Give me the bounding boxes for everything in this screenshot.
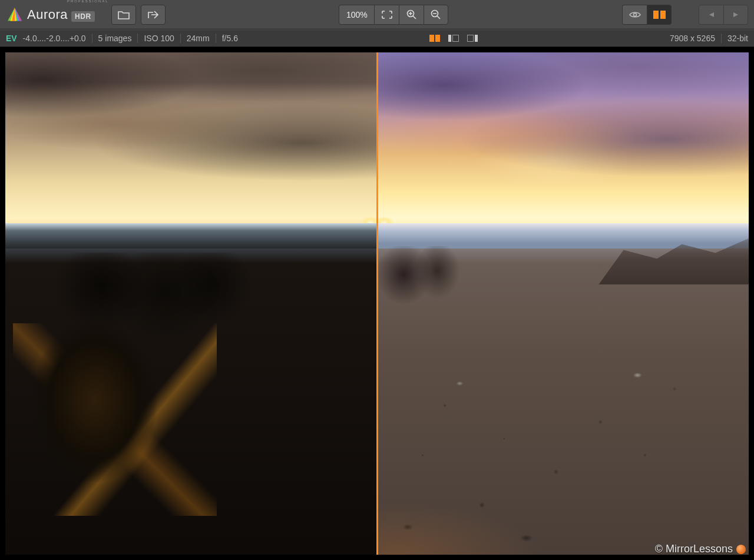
ev-segment: EV -4.0....-2.0....+0.0 (6, 34, 92, 43)
watermark-logo-icon (736, 545, 746, 554)
watermark: © MirrorLessons (655, 543, 746, 555)
fit-screen-icon (381, 10, 393, 19)
ev-label: EV (6, 34, 17, 43)
compare-split-left-small[interactable] (447, 33, 461, 44)
after-pane[interactable] (378, 52, 749, 555)
watermark-text: © MirrorLessons (655, 543, 733, 555)
eye-icon (629, 10, 641, 19)
compare-split-equal[interactable] (428, 33, 442, 44)
zoom-out-icon (430, 9, 442, 21)
before-pane[interactable] (5, 52, 376, 555)
folder-open-icon (117, 9, 130, 20)
compare-split-right-small[interactable] (465, 33, 479, 44)
compare-side-button[interactable] (647, 5, 672, 25)
quick-preview-button[interactable] (622, 5, 647, 25)
svg-point-8 (633, 13, 636, 16)
compare-layout-switch (428, 33, 479, 44)
aperture-value: f/5.6 (216, 34, 244, 43)
app-edition: PROFESSIONAL (67, 0, 109, 3)
info-bar: EV -4.0....-2.0....+0.0 5 images ISO 100… (0, 29, 754, 47)
export-icon (147, 9, 160, 20)
zoom-out-button[interactable] (424, 5, 448, 25)
preview-mode-group (622, 5, 672, 25)
zoom-in-button[interactable] (399, 5, 424, 25)
undo-button[interactable] (699, 5, 723, 25)
compare-container (5, 52, 749, 555)
compare-side-icon (653, 11, 666, 19)
bit-depth: 32-bit (722, 34, 748, 43)
export-button[interactable] (141, 5, 166, 25)
redo-icon (730, 10, 742, 19)
zoom-in-icon (406, 9, 418, 21)
zoom-percent-label: 100% (346, 10, 368, 19)
redo-button[interactable] (723, 5, 748, 25)
fit-screen-button[interactable] (374, 5, 399, 25)
zoom-percent-button[interactable]: 100% (339, 5, 374, 25)
app-name: Aurora (27, 7, 68, 22)
top-toolbar: PROFESSIONAL Aurora HDR 100% (0, 0, 754, 29)
image-count: 5 images (92, 34, 138, 43)
compare-divider[interactable] (376, 52, 378, 555)
logo-prism-icon (6, 6, 24, 24)
image-viewer[interactable]: © MirrorLessons (0, 47, 754, 560)
undo-icon (706, 10, 717, 19)
zoom-group: 100% (339, 5, 448, 25)
hdr-badge: HDR (71, 11, 95, 22)
image-dimensions: 7908 x 5265 (664, 34, 722, 43)
iso-value: ISO 100 (138, 34, 180, 43)
focal-length: 24mm (181, 34, 216, 43)
history-group (699, 5, 748, 25)
open-file-button[interactable] (111, 5, 136, 25)
ev-values: -4.0....-2.0....+0.0 (23, 34, 86, 43)
app-logo: PROFESSIONAL Aurora HDR (6, 6, 95, 24)
